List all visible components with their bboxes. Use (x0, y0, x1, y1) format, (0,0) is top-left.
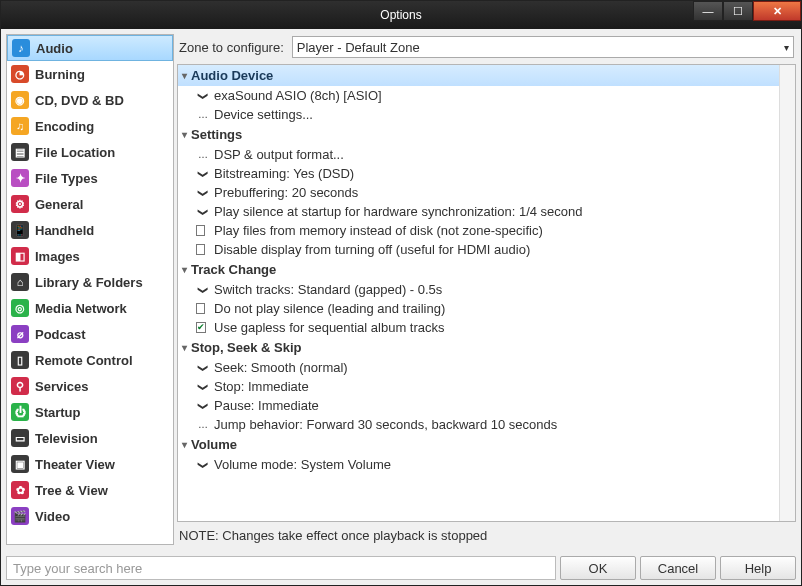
zone-label: Zone to configure: (179, 40, 284, 55)
group-header[interactable]: ▾Track Change (178, 259, 779, 280)
zone-select[interactable]: Player - Default Zone ▾ (292, 36, 794, 58)
chevron-down-icon: ❯ (198, 205, 209, 219)
setting-row[interactable]: …Jump behavior: Forward 30 seconds, back… (178, 415, 779, 434)
sidebar-item-encoding[interactable]: ♫Encoding (7, 113, 173, 139)
setting-row[interactable]: ❯Play silence at startup for hardware sy… (178, 202, 779, 221)
setting-row[interactable]: ❯Pause: Immediate (178, 396, 779, 415)
sidebar-item-label: Images (35, 249, 80, 264)
chevron-down-icon: ❯ (198, 361, 209, 375)
group-title: Volume (191, 437, 237, 452)
sidebar-item-label: File Location (35, 145, 115, 160)
setting-row[interactable]: ❯Seek: Smooth (normal) (178, 358, 779, 377)
help-button[interactable]: Help (720, 556, 796, 580)
close-button[interactable]: ✕ (753, 1, 801, 21)
ok-button[interactable]: OK (560, 556, 636, 580)
titlebar: Options — ☐ ✕ (1, 1, 801, 29)
sidebar-item-burning[interactable]: ◔Burning (7, 61, 173, 87)
setting-row[interactable]: Play files from memory instead of disk (… (178, 221, 779, 240)
setting-label: Use gapless for sequential album tracks (214, 320, 445, 335)
group-header[interactable]: ▾Audio Device (178, 65, 779, 86)
sidebar-item-media-network[interactable]: ◎Media Network (7, 295, 173, 321)
setting-label: Pause: Immediate (214, 398, 319, 413)
sidebar-item-video[interactable]: 🎬Video (7, 503, 173, 529)
sidebar-item-remote-control[interactable]: ▯Remote Control (7, 347, 173, 373)
sidebar-item-theater-view[interactable]: ▣Theater View (7, 451, 173, 477)
sidebar-item-tree-view[interactable]: ✿Tree & View (7, 477, 173, 503)
setting-label: Disable display from turning off (useful… (214, 242, 530, 257)
sidebar-item-label: Encoding (35, 119, 94, 134)
sidebar-item-label: Theater View (35, 457, 115, 472)
sidebar-item-podcast[interactable]: ⌀Podcast (7, 321, 173, 347)
setting-row[interactable]: ❯Stop: Immediate (178, 377, 779, 396)
sidebar-item-file-location[interactable]: ▤File Location (7, 139, 173, 165)
sidebar-item-file-types[interactable]: ✦File Types (7, 165, 173, 191)
sidebar-item-services[interactable]: ⚲Services (7, 373, 173, 399)
minimize-button[interactable]: — (693, 1, 723, 21)
sidebar-item-general[interactable]: ⚙General (7, 191, 173, 217)
setting-row[interactable]: ❯Switch tracks: Standard (gapped) - 0.5s (178, 280, 779, 299)
note-text: NOTE: Changes take effect once playback … (177, 522, 796, 545)
checkbox[interactable] (196, 244, 205, 255)
sidebar-item-images[interactable]: ◧Images (7, 243, 173, 269)
sidebar-item-handheld[interactable]: 📱Handheld (7, 217, 173, 243)
setting-row[interactable]: ❯Volume mode: System Volume (178, 455, 779, 474)
sidebar-icon: 🎬 (11, 507, 29, 525)
chevron-down-icon: ▾ (182, 129, 187, 140)
chevron-down-icon: ▾ (182, 342, 187, 353)
group-title: Track Change (191, 262, 276, 277)
main-panel: Zone to configure: Player - Default Zone… (177, 34, 796, 545)
sidebar-icon: ⌀ (11, 325, 29, 343)
sidebar-item-library-folders[interactable]: ⌂Library & Folders (7, 269, 173, 295)
setting-row[interactable]: Do not play silence (leading and trailin… (178, 299, 779, 318)
sidebar-item-label: CD, DVD & BD (35, 93, 124, 108)
sidebar-icon: ◔ (11, 65, 29, 83)
setting-row[interactable]: ❯Bitstreaming: Yes (DSD) (178, 164, 779, 183)
sidebar-icon: ◎ (11, 299, 29, 317)
ellipsis-icon: … (196, 149, 210, 160)
maximize-button[interactable]: ☐ (723, 1, 753, 21)
sidebar-item-startup[interactable]: ⏻Startup (7, 399, 173, 425)
sidebar-item-audio[interactable]: ♪Audio (7, 35, 173, 61)
footer: Type your search here OK Cancel Help (1, 550, 801, 585)
setting-row[interactable]: Disable display from turning off (useful… (178, 240, 779, 259)
checkbox[interactable] (196, 225, 205, 236)
zone-row: Zone to configure: Player - Default Zone… (177, 34, 796, 64)
sidebar-icon: ♫ (11, 117, 29, 135)
sidebar-item-label: Startup (35, 405, 81, 420)
checkbox-wrap (196, 244, 210, 255)
checkbox[interactable]: ✔ (196, 322, 206, 333)
setting-row[interactable]: …DSP & output format... (178, 145, 779, 164)
setting-row[interactable]: …Device settings... (178, 105, 779, 124)
group-title: Audio Device (191, 68, 273, 83)
category-sidebar[interactable]: ♪Audio◔Burning◉CD, DVD & BD♫Encoding▤Fil… (6, 34, 174, 545)
chevron-down-icon: ❯ (198, 399, 209, 413)
search-input[interactable]: Type your search here (6, 556, 556, 580)
checkbox-wrap (196, 225, 210, 236)
setting-label: Jump behavior: Forward 30 seconds, backw… (214, 417, 557, 432)
sidebar-item-television[interactable]: ▭Television (7, 425, 173, 451)
sidebar-item-label: Podcast (35, 327, 86, 342)
settings-tree[interactable]: ▾Audio Device❯exaSound ASIO (8ch) [ASIO]… (177, 64, 796, 522)
scrollbar[interactable] (779, 65, 795, 521)
sidebar-item-label: Video (35, 509, 70, 524)
checkbox[interactable] (196, 303, 205, 314)
setting-row[interactable]: ❯exaSound ASIO (8ch) [ASIO] (178, 86, 779, 105)
group-header[interactable]: ▾Volume (178, 434, 779, 455)
sidebar-item-label: Television (35, 431, 98, 446)
setting-label: Switch tracks: Standard (gapped) - 0.5s (214, 282, 442, 297)
setting-row[interactable]: ✔Use gapless for sequential album tracks (178, 318, 779, 337)
sidebar-icon: 📱 (11, 221, 29, 239)
ellipsis-icon: … (196, 419, 210, 430)
cancel-button[interactable]: Cancel (640, 556, 716, 580)
sidebar-item-cd-dvd-bd[interactable]: ◉CD, DVD & BD (7, 87, 173, 113)
setting-label: exaSound ASIO (8ch) [ASIO] (214, 88, 382, 103)
ellipsis-icon: … (196, 109, 210, 120)
zone-value: Player - Default Zone (297, 40, 420, 55)
chevron-down-icon: ❯ (198, 89, 209, 103)
options-window: Options — ☐ ✕ ♪Audio◔Burning◉CD, DVD & B… (0, 0, 802, 586)
group-header[interactable]: ▾Stop, Seek & Skip (178, 337, 779, 358)
sidebar-icon: ▯ (11, 351, 29, 369)
setting-row[interactable]: ❯Prebuffering: 20 seconds (178, 183, 779, 202)
chevron-down-icon: ❯ (198, 186, 209, 200)
group-header[interactable]: ▾Settings (178, 124, 779, 145)
